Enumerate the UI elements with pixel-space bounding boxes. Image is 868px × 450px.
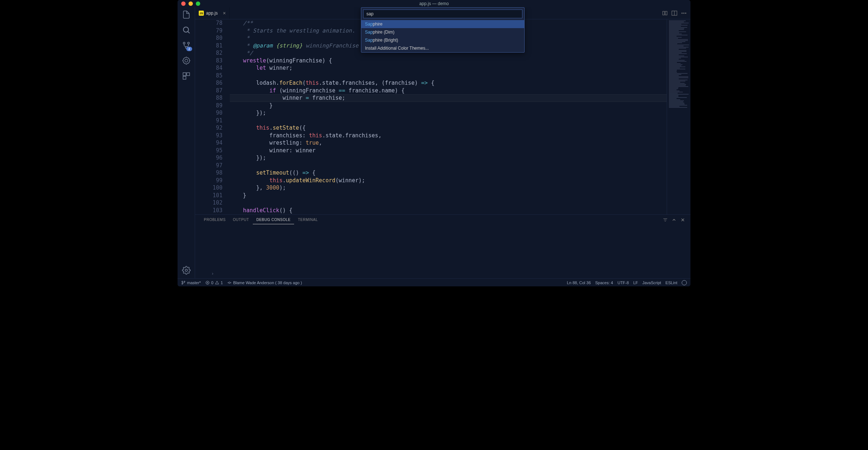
panel-tabs: PROBLEMSOUTPUTDEBUG CONSOLETERMINAL: [195, 215, 690, 225]
code-line: });: [230, 109, 667, 117]
minimize-window-button[interactable]: [189, 1, 193, 6]
panel-actions: [663, 217, 685, 222]
svg-point-5: [185, 59, 188, 62]
line-number: 97: [195, 162, 222, 169]
line-number: 83: [195, 57, 222, 65]
svg-point-20: [684, 13, 685, 14]
line-number: 92: [195, 124, 222, 132]
line-number: 90: [195, 109, 222, 117]
indentation-status[interactable]: Spaces: 4: [595, 281, 613, 285]
quickpick-palette: SapphireSapphire (Dim)Sapphire (Bright)I…: [361, 7, 525, 53]
git-blame-status[interactable]: Blame Wade Anderson ( 38 days ago ): [227, 281, 302, 285]
eslint-status[interactable]: ESLint: [666, 281, 677, 285]
line-number: 79: [195, 27, 222, 35]
code-line: wrestling: true,: [230, 139, 667, 147]
code-line: [230, 72, 667, 80]
quickpick-item[interactable]: Sapphire (Dim): [361, 28, 524, 36]
more-icon[interactable]: [681, 10, 687, 16]
close-window-button[interactable]: [181, 1, 186, 6]
quickpick-item[interactable]: Sapphire (Bright): [361, 36, 524, 44]
line-number: 87: [195, 87, 222, 95]
tab-actions: [662, 10, 690, 16]
code-line: const URL = 'http://localhost:3001/wrest…: [230, 214, 667, 214]
line-number: 93: [195, 132, 222, 140]
svg-point-28: [184, 281, 185, 282]
git-branch-status[interactable]: master*: [181, 281, 201, 285]
explorer-icon[interactable]: [182, 10, 191, 19]
line-number: 85: [195, 72, 222, 80]
warning-icon: [215, 281, 219, 285]
code-line: [230, 199, 667, 207]
svg-point-19: [682, 13, 683, 14]
code-line: }: [230, 102, 667, 110]
tab-close-icon[interactable]: ×: [223, 10, 226, 16]
line-number: 102: [195, 199, 222, 207]
svg-rect-15: [663, 11, 665, 15]
split-editor-icon[interactable]: [671, 10, 677, 16]
panel-prompt: ›: [212, 271, 213, 276]
source-control-icon[interactable]: 2: [182, 41, 191, 50]
extensions-icon[interactable]: [182, 72, 191, 80]
line-number: 86: [195, 79, 222, 87]
panel-tab-terminal[interactable]: TERMINAL: [294, 216, 321, 224]
svg-rect-11: [183, 73, 186, 76]
line-number: 100: [195, 184, 222, 192]
line-number: 80: [195, 34, 222, 42]
quickpick-input[interactable]: [363, 9, 522, 18]
svg-rect-12: [187, 73, 190, 76]
line-number: 104: [195, 214, 222, 214]
svg-point-14: [185, 269, 187, 271]
language-status[interactable]: JavaScript: [642, 281, 661, 285]
feedback-icon[interactable]: [682, 280, 687, 285]
line-number: 88: [195, 94, 222, 102]
search-icon[interactable]: [182, 26, 191, 34]
code-line: franchises: this.state.franchises,: [230, 132, 667, 140]
line-number: 95: [195, 147, 222, 155]
branch-icon: [181, 281, 186, 285]
code-line: }: [230, 192, 667, 199]
panel-tab-output[interactable]: OUTPUT: [229, 216, 253, 224]
cursor-position-status[interactable]: Ln 88, Col 36: [567, 281, 591, 285]
quickpick-item[interactable]: Sapphire: [361, 20, 524, 28]
panel-body[interactable]: ›: [195, 225, 690, 278]
line-number-gutter: 7879808182838485868788899091929394959697…: [195, 19, 230, 214]
svg-point-0: [183, 27, 189, 32]
problems-status[interactable]: 0 1: [205, 281, 223, 285]
svg-rect-16: [665, 11, 667, 15]
settings-gear-icon[interactable]: [182, 266, 191, 275]
status-bar: master* 0 1 Blame Wade Anderson ( 38 day…: [178, 278, 690, 286]
error-icon: [205, 281, 210, 285]
svg-point-6: [183, 57, 190, 64]
code-line: wrestle(winningFranchise) {: [230, 57, 667, 65]
svg-rect-13: [183, 76, 186, 79]
code-line: setTimeout(() => {: [230, 169, 667, 177]
panel-tab-problems[interactable]: PROBLEMS: [200, 216, 229, 224]
editor-window: app.js — demo 2: [178, 0, 690, 286]
code-line: }, 3000);: [230, 184, 667, 192]
js-file-icon: JS: [199, 11, 204, 16]
svg-point-27: [182, 281, 183, 282]
panel-maximize-icon[interactable]: [671, 217, 677, 222]
debug-icon[interactable]: [182, 56, 191, 65]
minimap[interactable]: [667, 19, 690, 214]
panel-close-icon[interactable]: [680, 217, 685, 222]
line-number: 96: [195, 154, 222, 162]
line-number: 78: [195, 19, 222, 27]
maximize-window-button[interactable]: [196, 1, 200, 6]
current-line-highlight: [230, 94, 667, 102]
svg-point-3: [187, 42, 189, 44]
file-tab[interactable]: JS app.js ×: [195, 7, 230, 19]
line-number: 81: [195, 42, 222, 50]
encoding-status[interactable]: UTF-8: [617, 281, 629, 285]
line-number: 84: [195, 64, 222, 72]
svg-line-1: [188, 31, 190, 33]
compare-icon[interactable]: [662, 10, 668, 16]
eol-status[interactable]: LF: [633, 281, 638, 285]
code-line: handleClick() {: [230, 207, 667, 214]
line-number: 89: [195, 102, 222, 110]
panel-tab-debug-console[interactable]: DEBUG CONSOLE: [253, 216, 294, 224]
code-line: });: [230, 154, 667, 162]
panel-filter-icon[interactable]: [663, 217, 668, 222]
quickpick-item[interactable]: Install Additional Color Themes...: [361, 44, 524, 52]
traffic-lights: [178, 1, 200, 6]
